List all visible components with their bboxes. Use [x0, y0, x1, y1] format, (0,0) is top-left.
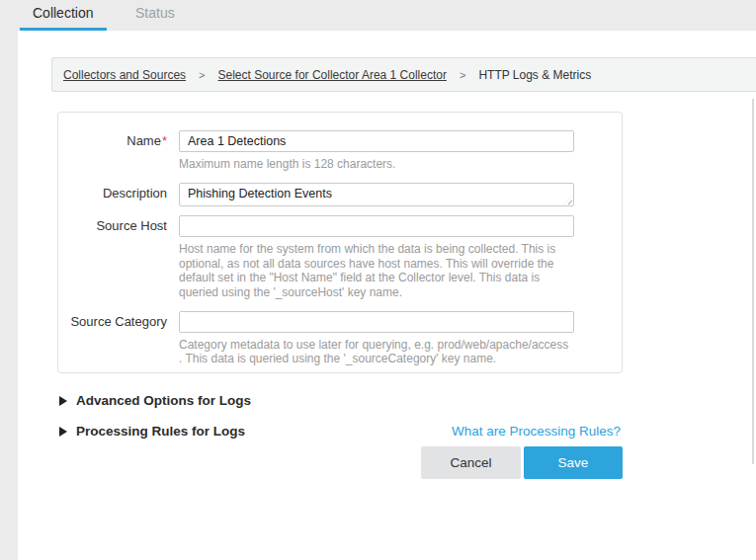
required-asterisk: * — [162, 133, 167, 148]
description-row: Description Phishing Detection Events — [58, 183, 622, 206]
active-tab-underline — [20, 28, 107, 31]
name-label: Name* — [58, 130, 167, 171]
tab-collection[interactable]: Collection — [33, 5, 93, 21]
advanced-options-label: Advanced Options for Logs — [76, 393, 251, 408]
source-host-input[interactable] — [179, 215, 574, 237]
name-input[interactable] — [179, 130, 574, 152]
source-host-row: Source Host Host name for the system fro… — [58, 215, 622, 299]
cancel-button[interactable]: Cancel — [421, 446, 521, 479]
source-category-row: Source Category Category metadata to use… — [58, 311, 622, 366]
collapsed-arrow-icon — [59, 427, 67, 437]
tab-status[interactable]: Status — [135, 5, 175, 21]
source-category-input[interactable] — [179, 311, 574, 333]
source-category-helper-text: Category metadata to use later for query… — [179, 338, 572, 366]
source-host-label: Source Host — [58, 215, 167, 299]
breadcrumb-select-source[interactable]: Select Source for Collector Area 1 Colle… — [218, 68, 447, 82]
breadcrumb-separator-icon: > — [199, 69, 205, 81]
name-helper-text: Maximum name length is 128 characters. — [179, 157, 572, 171]
source-config-form: Name* Maximum name length is 128 charact… — [57, 112, 623, 373]
processing-rules-toggle[interactable]: Processing Rules for Logs — [59, 424, 245, 439]
source-host-helper-text: Host name for the system from which the … — [179, 242, 572, 299]
breadcrumb-collectors-and-sources[interactable]: Collectors and Sources — [63, 68, 186, 82]
advanced-options-toggle[interactable]: Advanced Options for Logs — [59, 393, 251, 408]
save-button[interactable]: Save — [524, 446, 623, 479]
collapsed-arrow-icon — [59, 396, 67, 406]
breadcrumb-current-page: HTTP Logs & Metrics — [478, 68, 591, 82]
breadcrumb-separator-icon: > — [460, 69, 465, 81]
name-label-text: Name — [126, 133, 161, 148]
what-are-processing-rules-link[interactable]: What are Processing Rules? — [452, 424, 621, 439]
description-textarea[interactable]: Phishing Detection Events — [179, 183, 574, 206]
scrollbar[interactable] — [752, 99, 754, 464]
breadcrumb: Collectors and Sources > Select Source f… — [51, 57, 756, 92]
description-label: Description — [58, 183, 167, 206]
name-row: Name* Maximum name length is 128 charact… — [58, 130, 622, 171]
source-category-label: Source Category — [58, 311, 167, 366]
processing-rules-label: Processing Rules for Logs — [76, 424, 245, 439]
